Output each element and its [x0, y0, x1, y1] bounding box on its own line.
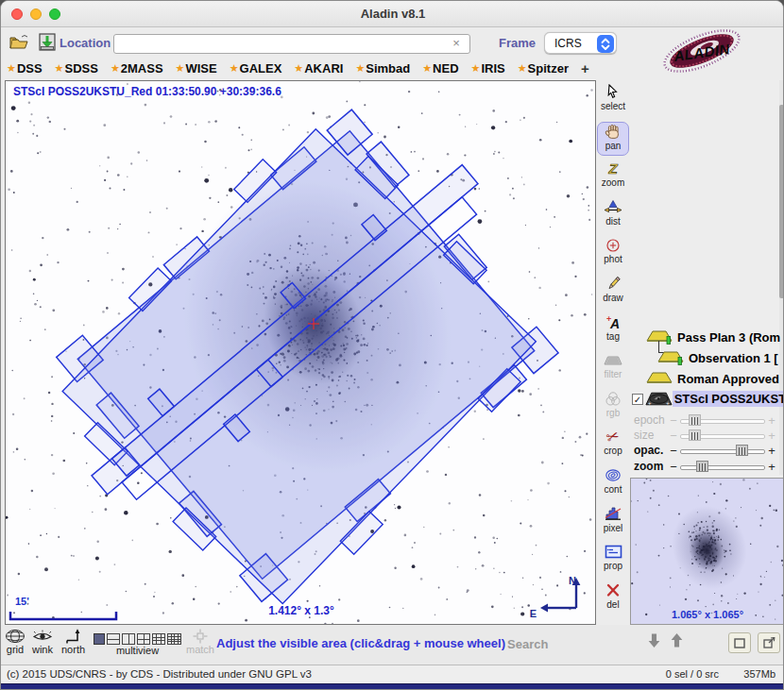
tab-akari[interactable]: ★AKARI — [294, 61, 343, 76]
search-prev-button[interactable] — [670, 632, 684, 652]
frame-select[interactable]: ICRS — [544, 32, 617, 54]
zoom-slider-row: zoom − + — [630, 459, 784, 474]
layer-visibility-checkbox[interactable]: ✓ — [632, 394, 643, 405]
north-arrow-icon — [62, 628, 85, 644]
tab-iris[interactable]: ★IRIS — [471, 61, 505, 76]
tool-pan[interactable]: pan — [597, 122, 629, 156]
location-input[interactable] — [113, 34, 470, 54]
zoom-slider[interactable] — [680, 461, 765, 472]
slider-minus[interactable]: − — [668, 444, 679, 458]
two-cols-view-icon[interactable] — [122, 633, 135, 645]
image-plane-icon: ++ — [645, 391, 673, 408]
layer-row-roman-approved[interactable]: Roman Approved — [630, 369, 784, 389]
tab-simbad[interactable]: ★Simbad — [355, 61, 410, 76]
tag-plus-a-icon: + A — [605, 313, 622, 331]
frame-selected-value: ICRS — [554, 37, 582, 50]
add-server-tab-button[interactable]: + — [581, 60, 589, 76]
epoch-slider-row: epoch − + — [630, 412, 784, 428]
tab-ned[interactable]: ★NED — [422, 61, 458, 76]
opacity-slider-row: opac. − + — [630, 443, 784, 458]
hand-icon — [605, 123, 622, 141]
tool-dist[interactable]: dist — [597, 198, 629, 232]
photometry-circle-plus-icon — [605, 236, 621, 254]
search-next-button[interactable] — [647, 632, 661, 652]
select-stepper-icon — [597, 35, 614, 53]
location-label: Location — [60, 36, 111, 50]
grid-globe-icon — [5, 629, 26, 644]
tab-sdss[interactable]: ★SDSS — [55, 61, 98, 76]
sky-overlay-canvas — [6, 81, 595, 624]
two-rows-view-icon[interactable] — [107, 633, 120, 645]
slider-plus[interactable]: + — [766, 444, 777, 458]
frame-label: Frame — [499, 36, 536, 50]
tool-zoom[interactable]: Z zoom — [597, 160, 629, 194]
tool-pixel[interactable]: pixel — [597, 505, 629, 539]
tab-spitzer[interactable]: ★Spitzer — [518, 61, 569, 76]
single-view-icon[interactable] — [94, 633, 105, 645]
sky-view[interactable]: STScI POSS2UKSTU_Red 01:33:50.90 +30:39:… — [5, 80, 596, 625]
tool-prop[interactable]: prop — [597, 543, 629, 577]
tool-rgb: rgb — [597, 390, 629, 424]
layer-row-pass-plan[interactable]: Pass Plan 3 (Rom — [630, 328, 784, 347]
opacity-slider[interactable] — [680, 445, 765, 456]
grid-toggle-button[interactable]: grid — [5, 629, 26, 655]
star-icon: ★ — [55, 62, 64, 75]
arrow-up-icon — [670, 632, 684, 648]
stack-panel: Pass Plan 3 (Rom Observation 1 [ Roman A… — [630, 80, 784, 625]
star-icon: ★ — [294, 62, 303, 75]
star-icon: ★ — [518, 62, 527, 75]
distance-arrows-icon — [604, 198, 622, 216]
multiview-selector[interactable]: multiview — [94, 630, 181, 656]
slider-minus[interactable]: − — [668, 460, 679, 474]
nine-view-icon[interactable] — [152, 633, 165, 645]
multiview-icons — [94, 630, 181, 645]
current-plane-label: STScI POSS2UKSTU_Red 01:33:50.90 +30:39:… — [13, 85, 281, 98]
wink-toggle-button[interactable]: wink — [31, 629, 54, 655]
layer-row-stsci-image[interactable]: ✓ ++ STScI POSS2UKST — [630, 389, 784, 409]
bottom-toolbar: grid wink north — [1, 625, 784, 665]
slider-thumb[interactable] — [696, 461, 708, 472]
tool-phot[interactable]: phot — [597, 236, 629, 270]
size-slider — [680, 429, 765, 441]
compass-north-label: N — [569, 575, 576, 586]
slider-minus: − — [668, 413, 679, 428]
tool-crop[interactable]: ✂ crop — [597, 428, 629, 462]
fov-size-label: 1.412° x 1.3° — [6, 604, 596, 617]
tab-wise[interactable]: ★WISE — [176, 61, 217, 76]
north-toggle-button[interactable]: north — [61, 628, 85, 655]
tool-del[interactable]: del — [597, 581, 629, 615]
load-file-button[interactable] — [37, 31, 58, 52]
tool-tag[interactable]: + A tag — [597, 313, 629, 347]
clear-location-icon[interactable]: × — [449, 35, 464, 52]
sixteen-view-icon[interactable] — [167, 633, 181, 645]
title-bar: Aladin v8.1 — [1, 1, 784, 27]
tab-galex[interactable]: ★GALEX — [230, 61, 282, 76]
restore-panel-button[interactable] — [728, 632, 751, 653]
tool-draw[interactable]: draw — [597, 275, 629, 309]
scissors-icon: ✂ — [604, 427, 622, 447]
slider-thumb[interactable] — [736, 445, 748, 456]
slider-plus: + — [766, 429, 777, 443]
four-view-icon[interactable] — [137, 633, 150, 645]
memory-usage[interactable]: 357Mb — [743, 668, 775, 680]
epoch-slider — [680, 414, 765, 426]
overview-thumbnail[interactable]: 1.065° x 1.065° — [630, 478, 784, 625]
svg-text:A: A — [609, 316, 620, 330]
status-message: Adjust the visible area (clic&drag + mou… — [216, 636, 505, 650]
open-file-button[interactable] — [9, 32, 31, 51]
filter-icon — [604, 351, 622, 369]
star-icon: ★ — [422, 62, 432, 75]
layer-row-observation[interactable]: Observation 1 [ — [630, 348, 784, 368]
cursor-arrow-icon — [605, 83, 621, 101]
star-icon: ★ — [176, 62, 185, 75]
slider-plus[interactable]: + — [766, 460, 777, 474]
detach-panel-button[interactable] — [758, 632, 780, 653]
properties-window-icon — [605, 543, 622, 561]
scrollbar-thumb[interactable] — [779, 105, 784, 298]
tab-2mass[interactable]: ★2MASS — [111, 61, 163, 76]
tool-cont[interactable]: cont — [597, 466, 629, 500]
tool-select[interactable]: select — [597, 83, 629, 117]
tab-dss[interactable]: ★DSS — [7, 61, 43, 76]
selected-layer-name: STScI POSS2UKST — [673, 391, 784, 407]
match-crosshair-icon — [193, 629, 208, 644]
